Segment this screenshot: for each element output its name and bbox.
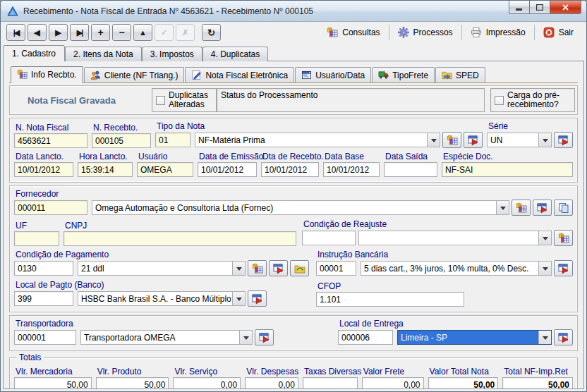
data-lancto-field[interactable]: 10/01/2012 xyxy=(14,162,73,177)
serie-open-button[interactable] xyxy=(554,132,573,148)
nav-first-button[interactable]: |◀ xyxy=(6,24,25,41)
tab-duplicatas[interactable]: 4. Duplicatas xyxy=(202,47,268,61)
consultas-button[interactable]: Consultas xyxy=(320,25,387,40)
cond-pagamento-combo[interactable]: 21 ddl xyxy=(78,261,246,276)
data-emissao-field[interactable]: 10/01/2012 xyxy=(198,162,257,177)
carga-pre-recebimento-checkbox[interactable] xyxy=(495,96,504,105)
fornecedor-code-field[interactable]: 000011 xyxy=(14,200,87,215)
window-arrow-icon xyxy=(273,263,284,274)
subtab-info-recbto[interactable]: Info Recbto. xyxy=(11,66,83,83)
chevron-down-icon[interactable] xyxy=(538,133,551,147)
n-nota-fiscal-field[interactable]: 4563621 xyxy=(14,133,87,148)
transportadora-combo[interactable]: Transportadora OMEGA xyxy=(80,330,253,345)
processos-button[interactable]: Processos xyxy=(391,25,460,40)
duplicatas-alteradas-checkbox[interactable] xyxy=(156,96,165,105)
fornecedor-open-button[interactable] xyxy=(533,200,552,216)
data-base-field[interactable]: 10/01/2012 xyxy=(323,162,380,177)
subtab-tipofrete[interactable]: TipoFrete xyxy=(372,67,435,82)
window-icon xyxy=(301,70,312,80)
local-entrega-code-field[interactable]: 000006 xyxy=(338,330,393,345)
duplicatas-alteradas-label: Duplicatas Alteradas xyxy=(169,91,212,109)
cond-reajuste-combo[interactable] xyxy=(358,231,552,245)
vlr-despesas-field[interactable]: 0,00 xyxy=(245,377,298,389)
fornecedor-copy-button[interactable] xyxy=(554,200,573,216)
main-tabstrip: 1. Cadastro 2. Itens da Nota 3. Impostos… xyxy=(1,43,586,61)
tipo-nota-open-button[interactable] xyxy=(464,132,483,148)
cond-pagamento-open-button[interactable] xyxy=(269,260,288,276)
local-pagto-combo[interactable]: HSBC Bank Brasil S.A. - Banco Múltiplo xyxy=(78,291,246,306)
instrucao-bancaria-code-field[interactable]: 00001 xyxy=(316,261,356,276)
subtab-cliente[interactable]: Cliente (NF Triang.) xyxy=(84,67,185,82)
cond-pagamento-lookup-button[interactable] xyxy=(248,260,267,276)
hora-lancto-field[interactable]: 15:39:14 xyxy=(78,162,133,177)
nav-cancel-button[interactable]: ✗ xyxy=(176,24,195,41)
chevron-down-icon[interactable] xyxy=(538,331,551,344)
tab-itens-da-nota[interactable]: 2. Itens da Nota xyxy=(65,47,142,61)
minimize-button[interactable] xyxy=(509,1,529,14)
local-pagto-open-button[interactable] xyxy=(248,290,267,307)
cond-reajuste-lookup-button[interactable] xyxy=(554,230,573,246)
nav-refresh-button[interactable]: ↻ xyxy=(202,24,221,41)
nav-post-button[interactable]: ✓ xyxy=(155,24,174,41)
serie-combo[interactable]: UN xyxy=(487,133,552,147)
usuario-field[interactable]: OMEGA xyxy=(137,162,193,177)
impressao-label: Impressão xyxy=(486,27,526,37)
chevron-down-icon[interactable] xyxy=(538,231,551,245)
chevron-down-icon[interactable] xyxy=(232,262,245,275)
tipo-da-nota-combo[interactable]: NF-Matéria Prima xyxy=(195,133,440,147)
vlr-produto-field[interactable]: 50,00 xyxy=(96,377,169,389)
nav-next-button[interactable]: ▶ xyxy=(49,24,68,41)
local-pagto-code-field[interactable]: 399 xyxy=(14,291,73,306)
fornecedor-lookup-button[interactable] xyxy=(512,200,531,216)
tipo-da-nota-code-field[interactable]: 01 xyxy=(155,133,190,147)
data-saida-field[interactable] xyxy=(384,162,437,177)
cnpj-field[interactable] xyxy=(63,231,296,246)
vlr-produto-label: Vlr. Produto xyxy=(97,367,169,377)
instrucao-bancaria-open-button[interactable] xyxy=(554,260,573,276)
copy-icon xyxy=(558,202,569,214)
tab-impostos[interactable]: 3. Impostos xyxy=(142,47,202,61)
tab-cadastro[interactable]: 1. Cadastro xyxy=(3,45,65,61)
valor-frete-field[interactable]: 0,00 xyxy=(362,377,424,389)
cond-pagamento-code-field[interactable]: 0130 xyxy=(14,261,73,276)
nav-last-button[interactable]: ▶| xyxy=(70,24,89,41)
chevron-down-icon[interactable] xyxy=(232,292,245,305)
chevron-down-icon[interactable] xyxy=(538,262,551,275)
n-recebto-field[interactable]: 000105 xyxy=(92,133,151,148)
dta-recebto-field[interactable]: 10/01/2012 xyxy=(261,162,319,177)
subtab-sped[interactable]: SPED xyxy=(435,67,485,82)
fornecedor-combo[interactable]: Omega Automação e Consultoria Ltda (Forn… xyxy=(92,200,509,215)
cadastro-page: Info Recbto. Cliente (NF Triang.) Nota F… xyxy=(3,61,584,389)
valor-total-nota-field[interactable]: 50,00 xyxy=(428,377,499,389)
sair-button[interactable]: Sair xyxy=(536,25,581,40)
nav-prior-button[interactable]: ◀ xyxy=(28,24,47,41)
cond-reajuste-code-field[interactable] xyxy=(302,231,356,245)
especie-doc-field[interactable]: NF-SAI xyxy=(442,162,573,177)
cfop-field[interactable]: 1.101 xyxy=(316,292,464,307)
local-entrega-combo[interactable]: Limeira - SP xyxy=(397,330,552,345)
vlr-servico-field[interactable]: 0,00 xyxy=(173,377,241,389)
chevron-down-icon[interactable] xyxy=(239,331,252,344)
nav-insert-button[interactable]: + xyxy=(91,24,110,41)
subtab-usuario-data[interactable]: Usuário/Data xyxy=(295,67,371,82)
maximize-button[interactable] xyxy=(529,1,550,14)
vlr-mercadoria-field[interactable]: 50,00 xyxy=(14,377,92,389)
chevron-down-icon[interactable] xyxy=(427,133,440,147)
transportadora-open-button[interactable] xyxy=(255,329,274,345)
instrucao-bancaria-combo[interactable]: 5 dias cart., 3% juros, 10% multa, 0% De… xyxy=(361,261,552,276)
close-button[interactable] xyxy=(550,1,581,14)
transportadora-code-field[interactable]: 000001 xyxy=(14,330,76,345)
cond-pagamento-refresh-button[interactable] xyxy=(290,260,309,276)
local-entrega-open-button[interactable] xyxy=(554,329,573,345)
table-icon xyxy=(17,69,28,80)
nav-delete-button[interactable]: − xyxy=(112,24,131,41)
chevron-down-icon[interactable] xyxy=(496,201,509,214)
uf-field[interactable] xyxy=(14,231,59,246)
total-nf-imp-ret-field[interactable]: 50,00 xyxy=(502,377,573,389)
taxas-diversas-field[interactable] xyxy=(303,377,358,389)
nav-edit-button[interactable]: ▲ xyxy=(133,24,152,41)
tipo-da-nota-label: Tipo da Nota xyxy=(157,121,483,132)
impressao-button[interactable]: Impressão xyxy=(464,25,533,40)
tipo-nota-lookup-button[interactable] xyxy=(442,132,461,148)
subtab-nfe[interactable]: Nota Fiscal Eletrônica xyxy=(185,67,294,82)
